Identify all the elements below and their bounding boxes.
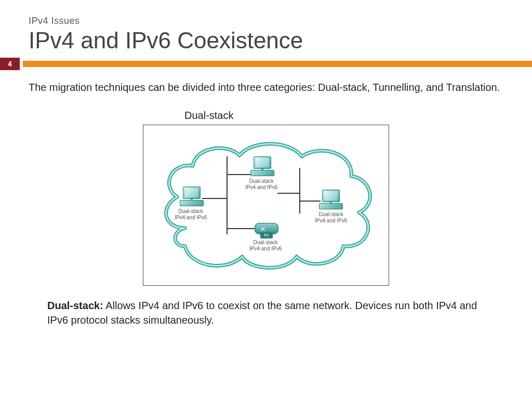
router-icon: ✕ R1 [255, 222, 278, 235]
slide-subtitle: IPv4 Issues [29, 16, 532, 26]
network-link [202, 198, 227, 199]
device-label-line1: Dual-stack [319, 211, 343, 217]
slide-title: IPv4 and IPv6 Coexistence [29, 28, 532, 54]
device-label-line1: Dual-stack [179, 208, 203, 214]
slide-header: IPv4 Issues IPv4 and IPv6 Coexistence [0, 0, 532, 54]
network-link [277, 193, 299, 194]
device-label-line1: Dual-stack [249, 178, 274, 184]
device-label-line2: IPv4 and IPv6 [245, 184, 277, 190]
device-label-line2: IPv4 and IPv6 [175, 215, 207, 220]
network-link [227, 228, 256, 229]
diagram-title: Dual-stack [184, 110, 503, 122]
network-link [300, 201, 321, 202]
network-link [227, 174, 252, 175]
slide-body: The migration techniques can be divided … [0, 70, 532, 327]
device-label-line2: IPv4 and IPv6 [315, 218, 347, 223]
footer-paragraph: Dual-stack: Allows IPv4 and IPv6 to coex… [47, 298, 485, 327]
device-label-left: Dual-stack IPv4 and IPv6 [175, 208, 207, 221]
device-label-router: Dual-stack IPv4 and IPv6 [249, 240, 282, 252]
device-label-line1: Dual-stack [254, 240, 278, 245]
footer-text-body: Allows IPv4 and IPv6 to coexist on the s… [47, 300, 477, 326]
diagram-frame: Dual-stack IPv4 and IPv6 Dual-stack IPv4… [143, 125, 389, 286]
network-segment [227, 156, 228, 234]
intro-text: The migration techniques can be divided … [29, 79, 503, 95]
router-name: R1 [260, 232, 273, 238]
computer-icon [250, 156, 274, 177]
divider-bar: 4 [0, 58, 532, 70]
page-number-badge: 4 [0, 58, 20, 70]
network-segment [299, 168, 300, 214]
footer-bold-term: Dual-stack: [47, 300, 103, 311]
computer-icon [319, 190, 343, 210]
accent-bar [23, 61, 532, 67]
device-label-right: Dual-stack IPv4 and IPv6 [315, 211, 347, 224]
computer-icon [180, 187, 204, 207]
device-label-line2: IPv4 and IPv6 [249, 246, 282, 251]
device-label-top: Dual-stack IPv4 and IPv6 [245, 178, 277, 191]
